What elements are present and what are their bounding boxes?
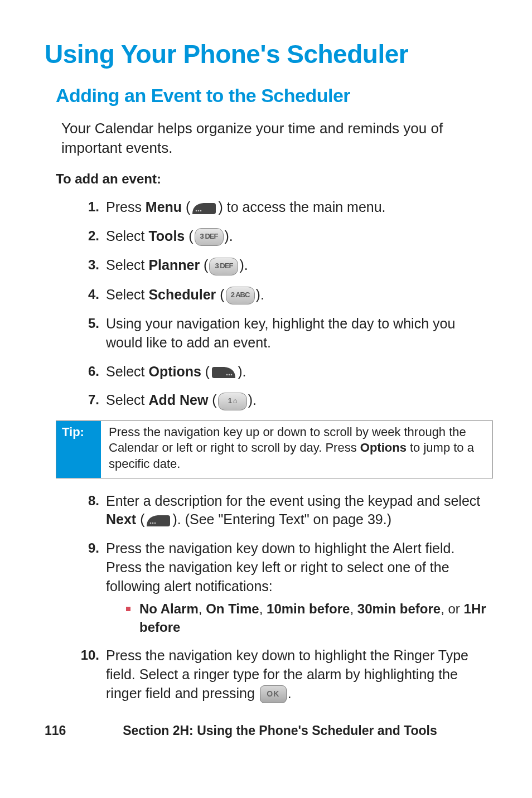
step-bold: Options	[148, 364, 201, 379]
page-title: Using Your Phone's Scheduler	[45, 39, 493, 69]
svg-point-2	[200, 210, 202, 211]
step-number: 7	[72, 391, 99, 409]
key-1-icon: 1 ⌂	[218, 393, 247, 410]
ok-key-icon: OK	[260, 685, 287, 703]
key-3-icon: 3 DEF	[195, 228, 224, 246]
svg-point-0	[196, 210, 197, 211]
svg-point-4	[229, 374, 230, 376]
key-3-icon: 3 DEF	[209, 258, 238, 275]
step-bold: Tools	[148, 228, 185, 244]
step-list: 1 Press Menu () to access the main menu.…	[45, 198, 493, 410]
step-text-post: .	[288, 685, 292, 701]
svg-point-8	[154, 522, 156, 524]
key-2-icon: 2 ABC	[226, 287, 255, 304]
bullet-tail: , or	[441, 601, 463, 616]
step-number: 3	[72, 256, 99, 274]
step-7: 7 Select Add New (1 ⌂).	[72, 391, 493, 410]
step-5: 5 Using your navigation key, highlight t…	[72, 315, 493, 352]
step-6: 6 Select Options ().	[72, 362, 493, 381]
alert-option: 30min before	[357, 601, 441, 616]
step-text-post: to access the main menu.	[223, 199, 386, 215]
left-softkey-icon	[146, 513, 171, 529]
step-text: Select	[106, 364, 148, 379]
tip-label: Tip:	[56, 421, 101, 478]
left-softkey-icon	[191, 201, 217, 216]
step-text: Using your navigation key, highlight the…	[106, 316, 455, 350]
step-4: 4 Select Scheduler (2 ABC).	[72, 286, 493, 304]
svg-point-1	[198, 210, 200, 211]
step-bold: Add New	[148, 392, 208, 408]
step-text: Press the navigation key down to highlig…	[106, 540, 454, 594]
step-bold: Scheduler	[148, 287, 216, 302]
step-text: Press	[106, 199, 146, 215]
section-heading: Adding an Event to the Scheduler	[56, 85, 493, 107]
step-bold: Next	[106, 511, 136, 527]
step-number: 8	[72, 492, 99, 510]
step-text: Select	[106, 228, 148, 244]
page-number: 116	[45, 723, 112, 738]
procedure-heading: To add an event:	[56, 171, 493, 187]
manual-page: Using Your Phone's Scheduler Adding an E…	[0, 0, 532, 761]
step-number: 9	[72, 539, 99, 557]
step-number: 1	[72, 198, 99, 216]
bullet-list: No Alarm, On Time, 10min before, 30min b…	[106, 600, 493, 636]
step-number: 5	[72, 315, 99, 332]
bullet-item: No Alarm, On Time, 10min before, 30min b…	[126, 600, 493, 636]
tip-body: Press the navigation key up or down to s…	[101, 421, 492, 478]
alert-option: 10min before	[267, 601, 350, 616]
step-list-continued: 8 Enter a description for the event usin…	[45, 492, 493, 703]
step-8: 8 Enter a description for the event usin…	[72, 492, 493, 530]
svg-point-7	[152, 522, 154, 524]
step-3: 3 Select Planner (3 DEF).	[72, 256, 493, 275]
step-text: Enter a description for the event using …	[106, 493, 480, 509]
step-number: 2	[72, 227, 99, 245]
intro-paragraph: Your Calendar helps organize your time a…	[61, 119, 493, 158]
step-text: Select	[106, 287, 148, 302]
step-number: 6	[72, 362, 99, 380]
svg-point-6	[150, 522, 152, 524]
step-number: 10	[72, 646, 99, 664]
alert-option: On Time	[206, 601, 259, 616]
tip-box: Tip: Press the navigation key up or down…	[56, 420, 493, 478]
tip-bold: Options	[360, 441, 407, 454]
step-2: 2 Select Tools (3 DEF).	[72, 227, 493, 246]
right-softkey-icon	[211, 365, 236, 380]
step-10: 10 Press the navigation key down to high…	[72, 646, 493, 703]
step-1: 1 Press Menu () to access the main menu.	[72, 198, 493, 217]
step-text: Select	[106, 392, 148, 408]
svg-point-3	[226, 374, 228, 376]
step-9: 9 Press the navigation key down to highl…	[72, 539, 493, 636]
footer-text: Section 2H: Using the Phone's Scheduler …	[112, 723, 493, 738]
step-bold: Planner	[148, 257, 200, 273]
page-footer: 116 Section 2H: Using the Phone's Schedu…	[45, 723, 493, 738]
svg-point-5	[231, 374, 233, 376]
step-text: Select	[106, 257, 148, 273]
step-number: 4	[72, 286, 99, 303]
alert-option: No Alarm	[139, 601, 199, 616]
step-text-post: . (See "Entering Text" on page 39.)	[177, 511, 391, 527]
step-bold: Menu	[146, 199, 182, 215]
